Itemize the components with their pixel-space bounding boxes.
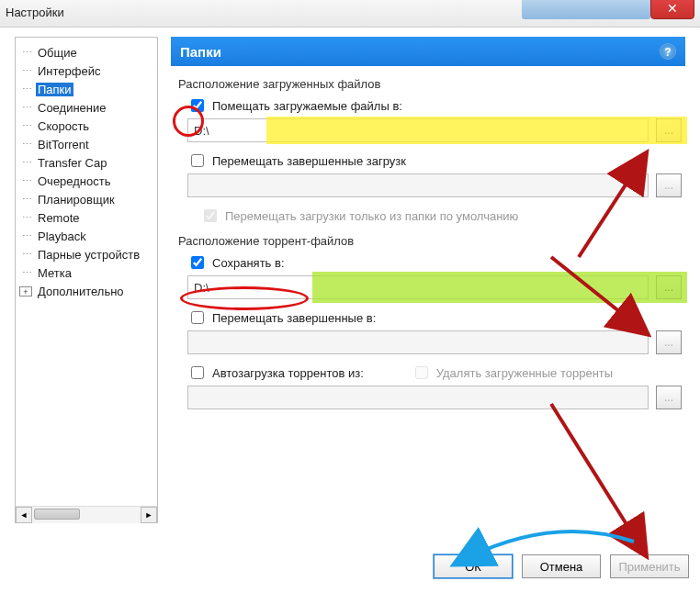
dialog-footer: ОК Отмена Применить (0, 551, 689, 582)
section-downloaded-files-title: Расположение загруженных файлов (178, 77, 682, 91)
label-only-default: Перемещать загрузки только из папки по у… (225, 209, 518, 223)
pathrow-move-torrents: ... (187, 330, 682, 354)
scroll-left-icon[interactable]: ◄ (16, 507, 32, 523)
browse-autoload-button: ... (656, 386, 682, 409)
tree-item-transfer-cap[interactable]: ⋯Transfer Cap (19, 153, 153, 172)
tree-item-scheduler[interactable]: ⋯Планировщик (19, 190, 153, 208)
tree-item-connection[interactable]: ⋯Соединение (19, 98, 153, 117)
input-move-torrents-path (187, 330, 649, 354)
row-move-torrents: Перемещать завершенные в: (187, 308, 682, 327)
checkbox-move-torrents[interactable] (191, 311, 204, 324)
checkbox-autoload[interactable] (191, 366, 204, 379)
scroll-right-icon[interactable]: ► (141, 507, 157, 523)
browse-save-torrents-button[interactable]: ... (656, 275, 682, 299)
tree-item-playback[interactable]: ⋯Playback (19, 227, 153, 245)
tree-item-paired[interactable]: ⋯Парные устройств (19, 245, 153, 263)
input-move-completed-path (187, 173, 649, 197)
panel-header: Папки ? (171, 37, 685, 66)
title-bar: Настройки ✕ (0, 0, 700, 28)
tree-item-general[interactable]: ⋯Общие (19, 43, 153, 62)
pathrow-move-completed: ... (187, 173, 682, 197)
label-move-completed: Перемещать завершенные загрузк (212, 154, 406, 168)
label-move-torrents: Перемещать завершенные в: (212, 311, 376, 325)
tree-item-folders[interactable]: ⋯Папки (19, 80, 153, 98)
help-icon[interactable]: ? (660, 43, 676, 60)
row-autoload: Автозагрузка торрентов из: Удалять загру… (187, 364, 682, 382)
row-put-new-downloads: Помещать загружаемые файлы в: (187, 96, 682, 115)
label-delete-loaded: Удалять загруженные торренты (436, 366, 613, 380)
cancel-button[interactable]: Отмена (522, 554, 601, 578)
label-save-torrents: Сохранять в: (212, 256, 285, 270)
label-put-new-downloads: Помещать загружаемые файлы в: (212, 99, 402, 113)
window-caption-glass (522, 0, 650, 19)
scroll-thumb[interactable] (34, 509, 80, 520)
tree-item-label[interactable]: ⋯Метка (19, 263, 153, 282)
checkbox-only-default (204, 209, 217, 222)
row-save-torrents: Сохранять в: (187, 253, 682, 272)
apply-button: Применить (610, 554, 689, 578)
pathrow-autoload: ... (187, 386, 682, 409)
browse-move-completed-button: ... (656, 173, 682, 197)
tree-item-remote[interactable]: ⋯Remote (19, 208, 153, 227)
browse-put-new-button[interactable]: ... (656, 118, 682, 142)
scroll-track[interactable] (32, 507, 141, 523)
input-put-new-path[interactable] (187, 118, 649, 142)
window-title: Настройки (6, 6, 64, 19)
tree-item-interface[interactable]: ⋯Интерфейс (19, 62, 153, 80)
tree-item-advanced[interactable]: +Дополнительно (19, 282, 153, 300)
checkbox-save-torrents[interactable] (191, 256, 204, 269)
pathrow-save-torrents: ... (187, 275, 682, 299)
svg-line-2 (551, 404, 643, 551)
input-autoload-path (187, 386, 649, 409)
ok-button[interactable]: ОК (434, 554, 513, 578)
row-only-default: Перемещать загрузки только из папки по у… (200, 207, 682, 225)
panel-title: Папки (180, 44, 221, 60)
input-save-torrents-path[interactable] (187, 275, 649, 299)
tree-item-speed[interactable]: ⋯Скорость (19, 117, 153, 135)
tree-horizontal-scrollbar[interactable]: ◄ ► (16, 506, 157, 522)
label-autoload: Автозагрузка торрентов из: (212, 366, 364, 380)
tree-item-bittorrent[interactable]: ⋯BitTorrent (19, 135, 153, 153)
checkbox-delete-loaded (415, 366, 428, 379)
tree-list[interactable]: ⋯Общие ⋯Интерфейс ⋯Папки ⋯Соединение ⋯Ск… (16, 38, 157, 504)
category-tree: ⋯Общие ⋯Интерфейс ⋯Папки ⋯Соединение ⋯Ск… (15, 37, 158, 523)
tree-item-queue[interactable]: ⋯Очередность (19, 172, 153, 190)
row-move-completed: Перемещать завершенные загрузк (187, 151, 682, 170)
section-torrent-files-title: Расположение торрент-файлов (178, 234, 682, 248)
browse-move-torrents-button: ... (656, 330, 682, 354)
pathrow-put-new: ... (187, 118, 682, 142)
close-button[interactable]: ✕ (650, 0, 694, 19)
checkbox-move-completed[interactable] (191, 154, 204, 167)
checkbox-put-new-downloads[interactable] (191, 99, 204, 112)
settings-panel: Папки ? Расположение загруженных файлов … (171, 37, 685, 424)
